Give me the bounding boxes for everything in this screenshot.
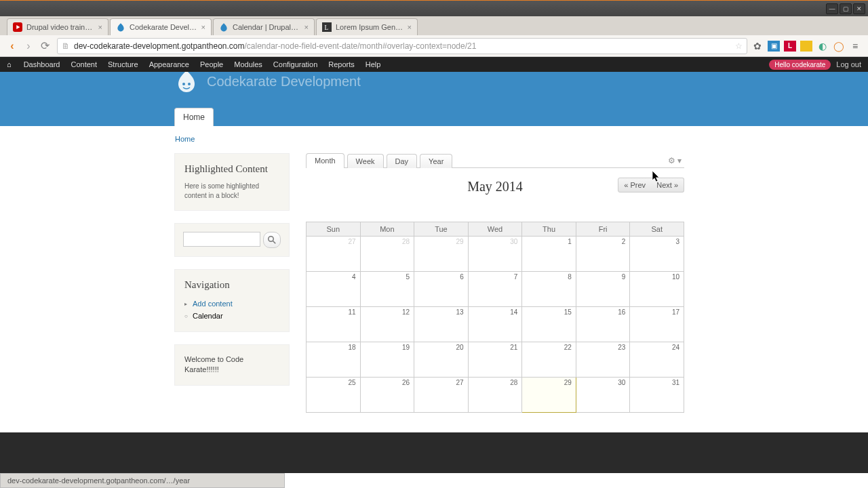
calendar-cell[interactable]: 21 bbox=[468, 342, 522, 378]
calendar-cell[interactable]: 7 bbox=[468, 272, 522, 307]
calendar-cell[interactable]: 3 bbox=[630, 237, 684, 272]
calendar-cell[interactable]: 19 bbox=[360, 342, 414, 378]
calendar-cell[interactable]: 29 bbox=[522, 378, 576, 413]
admin-menu-item[interactable]: Reports bbox=[323, 60, 360, 68]
calendar-cell[interactable]: 15 bbox=[522, 307, 576, 342]
extension-icon[interactable]: ▣ bbox=[768, 41, 780, 52]
tab-close-icon[interactable]: × bbox=[408, 23, 412, 31]
block-text: Here is some highlighted content in a bl… bbox=[184, 182, 279, 201]
tab-week[interactable]: Week bbox=[347, 154, 384, 168]
window-titlebar: ― ▢ ✕ bbox=[0, 0, 868, 16]
admin-menu-item[interactable]: Content bbox=[65, 60, 102, 68]
browser-tab[interactable]: Calendar | Drupal.org × bbox=[213, 18, 315, 35]
minimize-button[interactable]: ― bbox=[826, 3, 838, 14]
day-header: Sat bbox=[630, 222, 684, 237]
calendar-cell[interactable]: 2 bbox=[576, 237, 630, 272]
calendar-cell[interactable]: 22 bbox=[522, 342, 576, 378]
breadcrumb-home-link[interactable]: Home bbox=[175, 135, 195, 143]
calendar-cell[interactable]: 11 bbox=[307, 307, 361, 342]
calendar-cell[interactable]: 29 bbox=[414, 237, 469, 272]
tab-day[interactable]: Day bbox=[387, 154, 418, 168]
tab-month[interactable]: Month bbox=[306, 153, 344, 168]
calendar-cell[interactable]: 16 bbox=[576, 307, 630, 342]
search-input[interactable] bbox=[183, 232, 260, 247]
calendar-cell[interactable]: 26 bbox=[360, 378, 414, 413]
calendar-cell[interactable]: 23 bbox=[576, 342, 630, 378]
menu-icon[interactable]: ≡ bbox=[849, 40, 861, 52]
calendar-cell[interactable]: 30 bbox=[468, 237, 522, 272]
gear-icon[interactable]: ⚙ ▾ bbox=[668, 156, 684, 165]
extension-icon[interactable] bbox=[800, 41, 812, 52]
favicon-drupal-icon bbox=[219, 22, 229, 32]
tab-close-icon[interactable]: × bbox=[304, 23, 309, 31]
calendar-grid: SunMonTueWedThuFriSat 272829301234567891… bbox=[306, 222, 684, 413]
admin-menu-item[interactable]: Configuration bbox=[268, 60, 323, 68]
user-greeting[interactable]: Hello codekarate bbox=[769, 60, 831, 70]
browser-tab[interactable]: L Lorem Ipsum Generat × bbox=[316, 18, 418, 35]
breadcrumb: Home bbox=[175, 134, 195, 144]
admin-menu-item[interactable]: Help bbox=[360, 60, 387, 68]
calendar-cell[interactable]: 9 bbox=[576, 272, 630, 307]
browser-tab[interactable]: Drupal video training… × bbox=[7, 18, 108, 35]
close-button[interactable]: ✕ bbox=[853, 3, 865, 14]
browser-tab[interactable]: Codekarate Developm × bbox=[110, 18, 212, 35]
calendar-cell[interactable]: 17 bbox=[630, 307, 684, 342]
lastpass-icon[interactable]: L bbox=[784, 41, 796, 52]
calendar-cell[interactable]: 25 bbox=[307, 378, 361, 413]
bookmark-star-icon[interactable]: ☆ bbox=[735, 41, 743, 51]
calendar-link[interactable]: Calendar bbox=[193, 312, 223, 320]
next-button[interactable]: Next » bbox=[651, 178, 684, 192]
primary-nav-home[interactable]: Home bbox=[174, 108, 214, 126]
calendar-cell[interactable]: 10 bbox=[630, 272, 684, 307]
calendar-cell[interactable]: 27 bbox=[414, 378, 469, 413]
calendar-cell[interactable]: 4 bbox=[307, 272, 361, 307]
home-icon[interactable]: ⌂ bbox=[0, 60, 18, 68]
add-content-link[interactable]: Add content bbox=[193, 300, 233, 308]
extension-icon[interactable]: ◐ bbox=[816, 40, 829, 52]
back-button[interactable]: ‹ bbox=[4, 38, 20, 54]
admin-menu-item[interactable]: People bbox=[195, 60, 229, 68]
extension-icon[interactable]: ◯ bbox=[833, 40, 845, 52]
calendar-cell[interactable]: 8 bbox=[522, 272, 576, 307]
calendar-cell[interactable]: 30 bbox=[576, 378, 630, 413]
settings-icon[interactable]: ✿ bbox=[751, 40, 764, 52]
svg-line-7 bbox=[273, 241, 276, 244]
tab-close-icon[interactable]: × bbox=[201, 23, 205, 31]
admin-menu-item[interactable]: Structure bbox=[102, 60, 144, 68]
admin-menu-item[interactable]: Modules bbox=[229, 60, 268, 68]
calendar-cell[interactable]: 6 bbox=[414, 272, 469, 307]
url-field[interactable]: 🗎 dev-codekarate-development.gotpantheon… bbox=[57, 38, 747, 54]
calendar-cell[interactable]: 31 bbox=[630, 378, 684, 413]
browser-status-bar: dev-codekarate-development.gotpantheon.c… bbox=[0, 473, 285, 488]
url-path: /calendar-node-field-event-date/month#ov… bbox=[245, 41, 477, 51]
calendar-cell[interactable]: 13 bbox=[414, 307, 469, 342]
admin-menu-item[interactable]: Dashboard bbox=[18, 60, 66, 68]
site-footer bbox=[0, 432, 868, 473]
calendar-cell[interactable]: 14 bbox=[468, 307, 522, 342]
forward-button[interactable]: › bbox=[20, 38, 37, 54]
admin-menu-item[interactable]: Appearance bbox=[144, 60, 195, 68]
calendar-cell[interactable]: 28 bbox=[468, 378, 522, 413]
calendar-cell[interactable]: 5 bbox=[360, 272, 414, 307]
site-header: Codekarate Development Home bbox=[0, 72, 868, 126]
calendar-cell[interactable]: 1 bbox=[522, 237, 576, 272]
search-block bbox=[174, 223, 290, 257]
main-content: Month Week Day Year ⚙ ▾ May 2014 « Prev … bbox=[306, 153, 684, 413]
prev-button[interactable]: « Prev bbox=[618, 178, 652, 192]
calendar-header: May 2014 « Prev Next » bbox=[306, 179, 684, 195]
tab-close-icon[interactable]: × bbox=[98, 23, 102, 31]
calendar-cell[interactable]: 27 bbox=[307, 237, 361, 272]
search-button[interactable] bbox=[263, 232, 281, 248]
sidebar: Highlighted Content Here is some highlig… bbox=[174, 153, 290, 413]
calendar-cell[interactable]: 12 bbox=[360, 307, 414, 342]
calendar-cell[interactable]: 28 bbox=[360, 237, 414, 272]
block-title: Navigation bbox=[184, 279, 279, 291]
calendar-cell[interactable]: 18 bbox=[307, 342, 361, 378]
day-header: Sun bbox=[307, 222, 361, 237]
logout-link[interactable]: Log out bbox=[836, 60, 861, 68]
calendar-cell[interactable]: 24 bbox=[630, 342, 684, 378]
calendar-cell[interactable]: 20 bbox=[414, 342, 469, 378]
maximize-button[interactable]: ▢ bbox=[840, 3, 852, 14]
tab-year[interactable]: Year bbox=[420, 154, 452, 168]
reload-button[interactable]: ⟳ bbox=[37, 38, 53, 54]
